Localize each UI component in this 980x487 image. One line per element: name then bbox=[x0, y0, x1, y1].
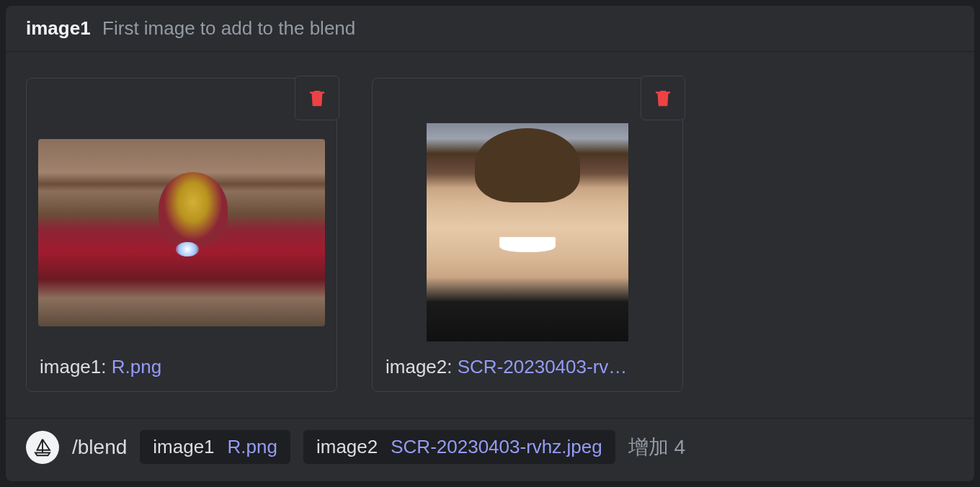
image-preview bbox=[38, 139, 325, 326]
attachment-filename[interactable]: SCR-20230403-rv… bbox=[458, 356, 628, 377]
attachment-filename[interactable]: R.png bbox=[112, 356, 161, 377]
attachment-thumbnail[interactable] bbox=[383, 123, 672, 341]
trash-icon bbox=[306, 87, 328, 109]
attachment-param-name: image1 bbox=[40, 356, 101, 377]
bot-avatar bbox=[26, 431, 59, 464]
param-tooltip-header: image1 First image to add to the blend bbox=[6, 6, 974, 52]
add-more-params[interactable]: 增加 4 bbox=[628, 434, 685, 461]
attachment-param-name: image2 bbox=[386, 356, 447, 377]
attachment-label: image1: R.png bbox=[37, 349, 326, 381]
param-pill-name: image2 bbox=[303, 430, 391, 464]
image-preview bbox=[427, 123, 628, 341]
param-pill-value: R.png bbox=[228, 430, 290, 464]
param-pill[interactable]: image2 SCR-20230403-rvhz.jpeg bbox=[303, 430, 615, 464]
sailboat-icon bbox=[32, 437, 53, 458]
param-name-label: image1 bbox=[26, 17, 91, 39]
param-description: First image to add to the blend bbox=[102, 17, 355, 39]
trash-icon bbox=[652, 87, 674, 109]
attachments-row: image1: R.png image2: SCR-20230403-rv… bbox=[6, 52, 974, 418]
slash-command[interactable]: /blend bbox=[72, 436, 127, 459]
param-pill-name: image1 bbox=[140, 430, 227, 464]
attachment-card: image1: R.png bbox=[26, 78, 337, 392]
remove-attachment-button[interactable] bbox=[641, 76, 685, 120]
param-pill[interactable]: image1 R.png bbox=[140, 430, 290, 464]
attachment-thumbnail[interactable] bbox=[37, 123, 326, 341]
attachment-card: image2: SCR-20230403-rv… bbox=[372, 78, 683, 392]
command-input-bar[interactable]: /blend image1 R.png image2 SCR-20230403-… bbox=[6, 418, 974, 481]
remove-attachment-button[interactable] bbox=[295, 76, 339, 120]
param-pill-value: SCR-20230403-rvhz.jpeg bbox=[391, 430, 615, 464]
attachment-label: image2: SCR-20230403-rv… bbox=[383, 349, 672, 381]
command-panel: image1 First image to add to the blend i… bbox=[6, 6, 974, 481]
